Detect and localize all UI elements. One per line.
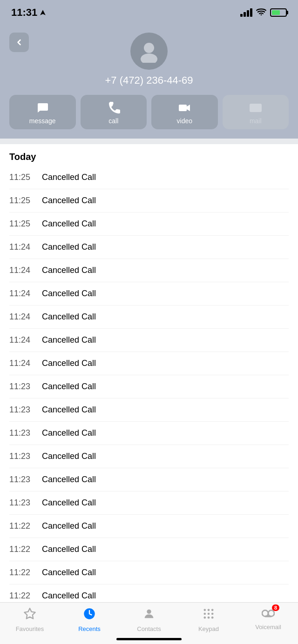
video-button[interactable]: video xyxy=(151,95,218,129)
action-buttons: message call video mail xyxy=(9,95,289,129)
call-status: Cancelled Call xyxy=(42,451,96,461)
call-time: 11:24 xyxy=(9,335,42,345)
call-item: 11:22 Cancelled Call xyxy=(9,515,289,538)
svg-marker-0 xyxy=(40,10,46,15)
call-item: 11:22 Cancelled Call xyxy=(9,538,289,561)
svg-point-12 xyxy=(211,609,214,611)
call-button[interactable]: call xyxy=(81,95,147,129)
mail-button[interactable]: mail xyxy=(223,95,289,129)
call-time: 11:24 xyxy=(9,312,42,322)
call-status: Cancelled Call xyxy=(42,242,96,252)
svg-point-1 xyxy=(261,14,262,15)
back-button[interactable] xyxy=(9,33,29,52)
status-icons xyxy=(240,8,287,18)
favourites-icon xyxy=(23,607,36,624)
tab-favourites-label: Favourites xyxy=(16,625,44,632)
call-label: call xyxy=(108,117,118,125)
contacts-icon xyxy=(142,607,156,624)
video-label: video xyxy=(177,117,192,125)
status-bar: 11:31 xyxy=(0,0,298,25)
call-item: 11:23 Cancelled Call xyxy=(9,398,289,422)
call-status: Cancelled Call xyxy=(42,475,96,485)
keypad-icon xyxy=(202,607,215,624)
call-item: 11:23 Cancelled Call xyxy=(9,468,289,491)
call-item: 11:25 Cancelled Call xyxy=(9,212,289,236)
wifi-icon xyxy=(256,8,266,18)
message-button[interactable]: message xyxy=(9,95,76,129)
call-status: Cancelled Call xyxy=(42,289,96,299)
section-divider xyxy=(0,139,298,144)
svg-marker-5 xyxy=(187,105,190,111)
call-status: Cancelled Call xyxy=(42,173,96,182)
call-item: 11:24 Cancelled Call xyxy=(9,282,289,305)
svg-point-14 xyxy=(208,613,210,615)
svg-point-13 xyxy=(204,613,206,615)
svg-rect-21 xyxy=(265,616,271,617)
call-log: Today 11:25 Cancelled Call 11:25 Cancell… xyxy=(0,144,298,631)
avatar xyxy=(130,33,168,70)
svg-point-15 xyxy=(211,613,214,615)
call-time: 11:23 xyxy=(9,428,42,438)
call-time: 11:24 xyxy=(9,266,42,275)
call-status: Cancelled Call xyxy=(42,219,96,229)
signal-icon xyxy=(240,8,252,17)
call-time: 11:24 xyxy=(9,359,42,368)
call-status: Cancelled Call xyxy=(42,428,96,438)
svg-point-17 xyxy=(208,617,210,619)
tab-voicemail[interactable]: 8 Voicemail xyxy=(238,607,298,631)
tab-keypad[interactable]: Keypad xyxy=(179,607,238,632)
svg-point-19 xyxy=(262,610,268,616)
tab-recents-label: Recents xyxy=(78,625,101,632)
call-time: 11:23 xyxy=(9,498,42,508)
svg-point-2 xyxy=(144,43,154,53)
tab-favourites[interactable]: Favourites xyxy=(0,607,60,632)
status-time: 11:31 xyxy=(11,7,46,19)
phone-number: +7 (472) 236-44-69 xyxy=(105,74,193,86)
svg-rect-4 xyxy=(179,105,187,111)
call-time: 11:23 xyxy=(9,405,42,415)
call-status: Cancelled Call xyxy=(42,382,96,392)
message-icon xyxy=(36,101,49,114)
call-item: 11:24 Cancelled Call xyxy=(9,352,289,375)
call-icon xyxy=(107,101,120,114)
section-title: Today xyxy=(9,144,289,166)
svg-marker-7 xyxy=(24,608,35,618)
svg-point-3 xyxy=(141,53,157,63)
call-time: 11:22 xyxy=(9,568,42,578)
svg-point-18 xyxy=(211,617,214,619)
video-icon xyxy=(178,101,191,114)
call-time: 11:25 xyxy=(9,219,42,229)
recents-icon xyxy=(83,607,96,624)
call-status: Cancelled Call xyxy=(42,591,96,601)
call-item: 11:25 Cancelled Call xyxy=(9,166,289,189)
location-icon xyxy=(40,9,46,16)
call-item: 11:23 Cancelled Call xyxy=(9,445,289,468)
message-label: message xyxy=(29,117,56,125)
call-status: Cancelled Call xyxy=(42,405,96,415)
svg-point-16 xyxy=(204,617,206,619)
svg-point-20 xyxy=(268,610,274,616)
call-time: 11:24 xyxy=(9,289,42,299)
call-item: 11:24 Cancelled Call xyxy=(9,305,289,329)
call-item: 11:25 Cancelled Call xyxy=(9,189,289,212)
mail-icon xyxy=(249,101,262,114)
voicemail-badge-container: 8 xyxy=(262,607,275,622)
call-time: 11:25 xyxy=(9,196,42,206)
call-time: 11:22 xyxy=(9,544,42,554)
tab-recents[interactable]: Recents xyxy=(60,607,119,632)
svg-rect-6 xyxy=(250,104,261,112)
tab-contacts[interactable]: Contacts xyxy=(119,607,179,632)
call-status: Cancelled Call xyxy=(42,196,96,206)
tab-keypad-label: Keypad xyxy=(198,625,219,632)
call-item: 11:24 Cancelled Call xyxy=(9,329,289,352)
call-item: 11:24 Cancelled Call xyxy=(9,259,289,282)
call-item: 11:24 Cancelled Call xyxy=(9,236,289,259)
tab-contacts-label: Contacts xyxy=(137,625,161,632)
call-item: 11:23 Cancelled Call xyxy=(9,422,289,445)
call-status: Cancelled Call xyxy=(42,312,96,322)
call-status: Cancelled Call xyxy=(42,359,96,368)
call-list: 11:25 Cancelled Call 11:25 Cancelled Cal… xyxy=(9,166,289,631)
battery-icon xyxy=(270,8,287,17)
call-time: 11:23 xyxy=(9,475,42,485)
mail-label: mail xyxy=(250,117,262,125)
